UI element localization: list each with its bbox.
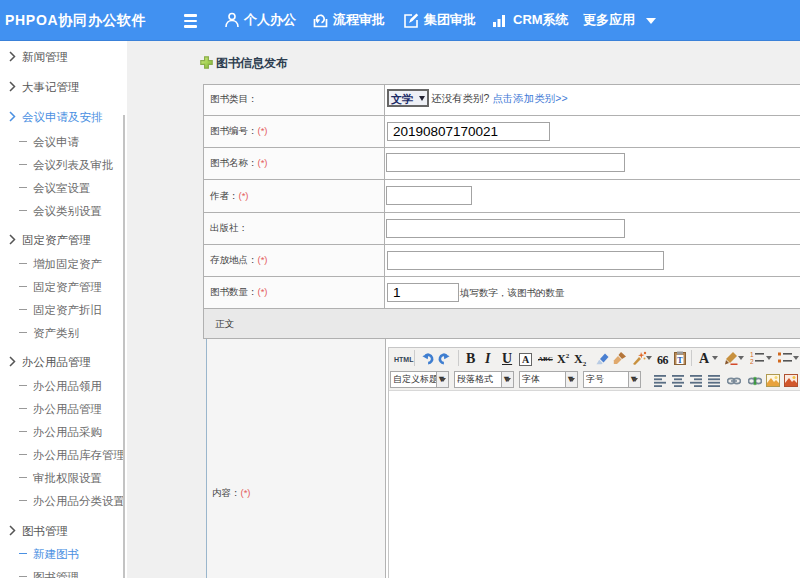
svg-text:T: T [677, 356, 683, 365]
svg-text:1: 1 [750, 351, 754, 358]
svg-text:2: 2 [750, 358, 754, 365]
